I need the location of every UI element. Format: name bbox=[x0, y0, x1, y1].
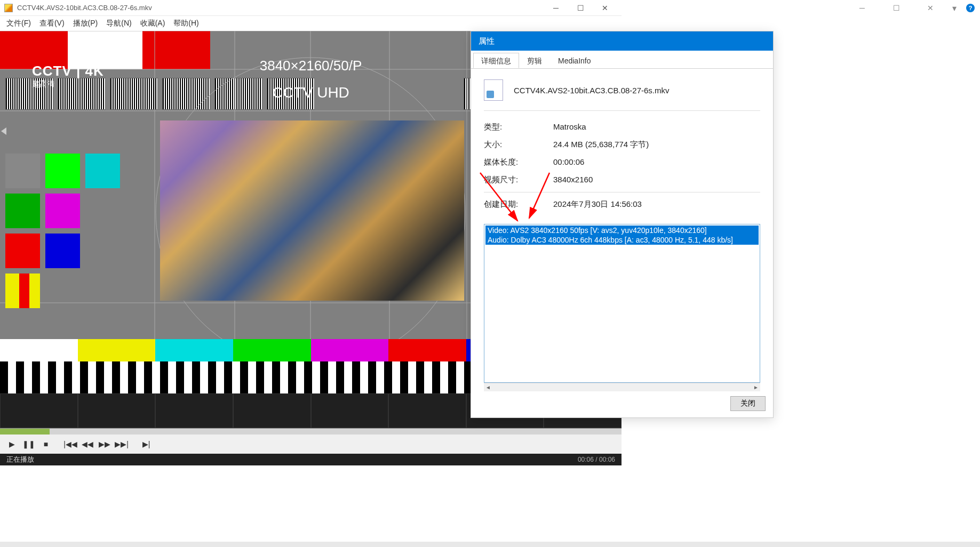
sample-image bbox=[160, 120, 464, 301]
help-icon[interactable]: ? bbox=[966, 4, 975, 12]
label-size: 大小: bbox=[484, 140, 553, 150]
window-title: CCTV4K.AVS2-10bit.AC3.CB.08-27-6s.mkv bbox=[17, 4, 544, 12]
bg-close[interactable]: ✕ bbox=[918, 0, 943, 16]
rewind-button[interactable]: ◀◀ bbox=[80, 437, 95, 452]
value-type: Matroska bbox=[553, 122, 586, 132]
properties-tabs: 详细信息 剪辑 MediaInfo bbox=[471, 51, 773, 69]
seek-progress bbox=[0, 429, 50, 435]
tab-mediainfo[interactable]: MediaInfo bbox=[550, 53, 599, 68]
time-display: 00:06 / 00:06 bbox=[578, 456, 615, 463]
forward-button[interactable]: ▶▶ bbox=[97, 437, 112, 452]
taskbar-strip bbox=[0, 542, 980, 547]
titlebar: CCTV4K.AVS2-10bit.AC3.CB.08-27-6s.mkv ─ … bbox=[0, 0, 622, 16]
stream-info-box[interactable]: Video: AVS2 3840x2160 50fps [V: avs2, yu… bbox=[484, 224, 760, 383]
stream-scrollbar[interactable]: ◄ ► bbox=[484, 383, 760, 391]
tab-clip[interactable]: 剪辑 bbox=[519, 53, 550, 68]
status-bar: 正在播放 00:06 / 00:06 bbox=[0, 454, 622, 465]
menu-nav[interactable]: 导航(N) bbox=[102, 17, 136, 30]
resolution-text: 3840×2160/50/P bbox=[260, 58, 362, 74]
menu-file[interactable]: 文件(F) bbox=[2, 17, 35, 30]
channel-text: CCTV UHD bbox=[272, 84, 349, 101]
minimize-button[interactable]: ─ bbox=[544, 0, 568, 16]
maximize-button[interactable]: ☐ bbox=[568, 0, 593, 16]
menu-play[interactable]: 播放(P) bbox=[69, 17, 102, 30]
value-created: 2024年7月30日 14:56:03 bbox=[553, 199, 642, 210]
properties-close-button[interactable]: 关闭 bbox=[730, 396, 766, 411]
close-button[interactable]: ✕ bbox=[593, 0, 617, 16]
cctv-logo: CCTV | 4K 超高清 bbox=[32, 63, 104, 89]
next-button[interactable]: ▶▶| bbox=[114, 437, 129, 452]
label-created: 创建日期: bbox=[484, 199, 553, 210]
play-button[interactable]: ▶ bbox=[4, 437, 19, 452]
status-text: 正在播放 bbox=[6, 455, 34, 464]
playback-controls: ▶ ❚❚ ■ |◀◀ ◀◀ ▶▶ ▶▶| ▶| bbox=[0, 435, 622, 454]
properties-filename: CCTV4K.AVS2-10bit.AC3.CB.08-27-6s.mkv bbox=[514, 86, 670, 95]
pause-button[interactable]: ❚❚ bbox=[21, 437, 36, 452]
menu-view[interactable]: 查看(V) bbox=[35, 17, 69, 30]
video-stream-line[interactable]: Video: AVS2 3840x2160 50fps [V: avs2, yu… bbox=[485, 226, 759, 235]
prev-button[interactable]: |◀◀ bbox=[63, 437, 78, 452]
left-marker-icon bbox=[1, 127, 6, 135]
bg-window-controls: ─ ☐ ✕ ▾ ? bbox=[844, 0, 980, 16]
app-icon bbox=[4, 4, 13, 12]
label-type: 类型: bbox=[484, 122, 553, 132]
menu-fav[interactable]: 收藏(A) bbox=[136, 17, 170, 30]
chevron-down-icon[interactable]: ▾ bbox=[952, 3, 957, 13]
audio-stream-line[interactable]: Audio: Dolby AC3 48000Hz 6ch 448kbps [A:… bbox=[485, 235, 759, 245]
value-dimensions: 3840x2160 bbox=[553, 175, 593, 185]
seek-bar[interactable] bbox=[0, 428, 622, 435]
bg-minimize[interactable]: ─ bbox=[850, 0, 874, 16]
scroll-left-icon[interactable]: ◄ bbox=[484, 383, 492, 392]
scroll-right-icon[interactable]: ► bbox=[752, 383, 760, 392]
menu-help[interactable]: 帮助(H) bbox=[169, 17, 203, 30]
value-length: 00:00:06 bbox=[553, 157, 584, 167]
label-length: 媒体长度: bbox=[484, 157, 553, 167]
value-size: 24.4 MB (25,638,774 字节) bbox=[553, 140, 649, 150]
bg-maximize[interactable]: ☐ bbox=[884, 0, 909, 16]
step-button[interactable]: ▶| bbox=[139, 437, 154, 452]
label-dimensions: 视频尺寸: bbox=[484, 175, 553, 185]
color-swatches bbox=[5, 154, 120, 308]
properties-title: 属性 bbox=[471, 31, 773, 51]
properties-dialog: 属性 详细信息 剪辑 MediaInfo CCTV4K.AVS2-10bit.A… bbox=[471, 31, 774, 418]
stop-button[interactable]: ■ bbox=[38, 437, 53, 452]
tab-detail[interactable]: 详细信息 bbox=[473, 53, 519, 68]
file-type-icon bbox=[484, 79, 503, 101]
menubar: 文件(F) 查看(V) 播放(P) 导航(N) 收藏(A) 帮助(H) bbox=[0, 16, 622, 31]
